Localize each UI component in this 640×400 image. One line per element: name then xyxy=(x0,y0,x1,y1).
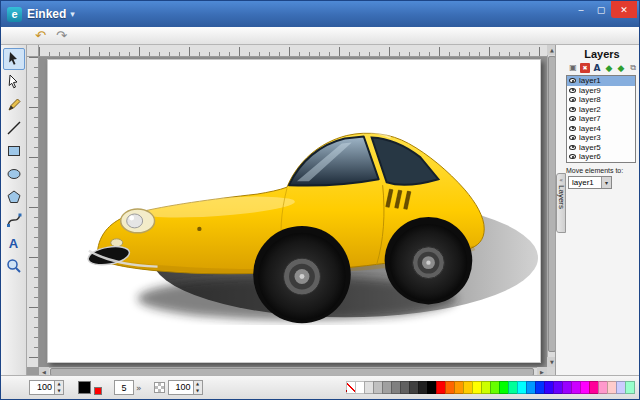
collapse-panel-icon: « xyxy=(559,176,563,183)
move-layer-up-icon[interactable]: ◆ xyxy=(604,63,614,73)
redo-icon[interactable]: ↷ xyxy=(56,29,67,42)
layer-name: layer7 xyxy=(579,114,601,123)
layer-visibility-icon[interactable] xyxy=(569,154,576,159)
tool-select[interactable] xyxy=(3,48,25,70)
path-curve-icon xyxy=(8,215,20,225)
zoom-magnifier-icon xyxy=(6,258,22,274)
tool-zoom[interactable] xyxy=(3,255,25,277)
layer-row[interactable]: layer2 xyxy=(567,105,635,115)
layer-row[interactable]: layer6 xyxy=(567,152,635,162)
tool-path[interactable] xyxy=(3,209,25,231)
undo-icon[interactable]: ↶ xyxy=(35,29,46,42)
maximize-button[interactable]: ▢ xyxy=(591,1,611,18)
tool-text[interactable]: A xyxy=(3,232,25,254)
tool-line[interactable] xyxy=(3,117,25,139)
vertical-ruler xyxy=(27,57,39,367)
layer-name: layer9 xyxy=(579,86,601,95)
text-tool-icon: A xyxy=(9,236,18,251)
layer-name: layer4 xyxy=(579,124,601,133)
layer-row[interactable]: layer5 xyxy=(567,143,635,153)
polygon-icon xyxy=(8,191,20,203)
window-title: Einked xyxy=(27,7,66,21)
tool-palette: A xyxy=(1,45,27,377)
layers-panel: Layers ▣ ✖ A ◆ ◆ ⧉ layer1layer9layer8lay… xyxy=(555,45,639,377)
layer-row[interactable]: layer7 xyxy=(567,114,635,124)
app-window: e Einked ▾ – ▢ ✕ ↶ ↷ xyxy=(0,0,640,400)
opacity-icon xyxy=(154,382,165,393)
select-caret-icon[interactable]: ▾ xyxy=(601,177,611,188)
horizontal-ruler xyxy=(39,45,547,57)
zoom-down-icon: ▼ xyxy=(55,388,63,395)
minimize-button[interactable]: – xyxy=(571,1,591,18)
panel-tab-label: Layers xyxy=(557,185,566,209)
line-icon xyxy=(8,122,20,134)
stroke-color-swatch[interactable] xyxy=(94,387,102,395)
tool-polygon[interactable] xyxy=(3,186,25,208)
new-layer-icon[interactable]: ▣ xyxy=(568,63,578,73)
zoom-control[interactable]: 100 ▲ ▼ xyxy=(29,380,64,395)
layers-panel-title: Layers xyxy=(566,48,638,60)
canvas-page[interactable] xyxy=(47,59,541,363)
rename-layer-icon[interactable]: A xyxy=(592,63,602,73)
tool-rect[interactable] xyxy=(3,140,25,162)
rectangle-icon xyxy=(8,147,19,156)
layer-name: layer8 xyxy=(579,95,601,104)
zoom-steppers[interactable]: ▲ ▼ xyxy=(54,381,63,394)
merge-layer-icon[interactable]: ⧉ xyxy=(628,63,638,73)
layers-panel-tab[interactable]: « Layers xyxy=(556,173,566,233)
node-editor-icon xyxy=(9,75,17,88)
layer-name: layer5 xyxy=(579,143,601,152)
zoom-input[interactable]: 100 xyxy=(30,381,54,394)
stroke-width-input[interactable]: 5 xyxy=(114,380,134,395)
move-layer-down-icon[interactable]: ◆ xyxy=(616,63,626,73)
layer-name: layer2 xyxy=(579,105,601,114)
layer-buttons-row: ▣ ✖ A ◆ ◆ ⧉ xyxy=(568,62,638,73)
layer-row[interactable]: layer4 xyxy=(567,124,635,134)
car-drawing xyxy=(48,60,540,362)
titlebar[interactable]: e Einked ▾ – ▢ ✕ xyxy=(1,1,639,27)
status-bar: 100 ▲ ▼ 5 » 100 ▲ ▼ xyxy=(1,375,639,399)
opacity-steppers[interactable]: ▲ ▼ xyxy=(193,381,202,394)
layer-row[interactable]: layer3 xyxy=(567,133,635,143)
layer-row[interactable]: layer9 xyxy=(567,86,635,96)
car-fender-vents xyxy=(386,189,411,209)
tool-pencil[interactable] xyxy=(3,94,25,116)
palette-swatch[interactable] xyxy=(625,381,635,394)
car-turn-signal xyxy=(111,239,123,247)
canvas-area: ▲ ▼ ◀ ▶ xyxy=(27,45,557,377)
ellipse-icon xyxy=(8,170,20,179)
close-button[interactable]: ✕ xyxy=(611,1,637,18)
layer-visibility-icon[interactable] xyxy=(569,88,576,93)
layer-name: layer6 xyxy=(579,152,601,161)
select-cursor-icon xyxy=(9,52,17,65)
tool-node[interactable] xyxy=(3,71,25,93)
app-icon: e xyxy=(7,7,22,22)
layer-visibility-icon[interactable] xyxy=(569,78,576,83)
layer-row[interactable]: layer1 xyxy=(567,76,635,86)
opacity-down-icon: ▼ xyxy=(194,388,202,395)
layer-row[interactable]: layer8 xyxy=(567,95,635,105)
window-controls: – ▢ ✕ xyxy=(571,1,639,27)
move-target-select[interactable]: layer1 ▾ xyxy=(568,176,612,189)
layer-visibility-icon[interactable] xyxy=(569,135,576,140)
layer-name: layer1 xyxy=(579,76,601,85)
top-toolbar: ↶ ↷ xyxy=(1,27,639,45)
delete-layer-icon[interactable]: ✖ xyxy=(580,63,590,73)
ruler-corner xyxy=(27,45,39,57)
workspace[interactable] xyxy=(39,57,547,367)
color-palette xyxy=(347,381,635,394)
move-target-value: layer1 xyxy=(572,178,594,187)
title-menu-caret-icon[interactable]: ▾ xyxy=(70,9,75,19)
main-region: A xyxy=(1,45,639,377)
stroke-options-icon[interactable]: » xyxy=(136,383,142,393)
fill-color-swatch[interactable] xyxy=(78,381,91,394)
opacity-control[interactable]: 100 ▲ ▼ xyxy=(168,380,203,395)
layer-visibility-icon[interactable] xyxy=(569,126,576,131)
layer-visibility-icon[interactable] xyxy=(569,97,576,102)
layer-visibility-icon[interactable] xyxy=(569,107,576,112)
opacity-input[interactable]: 100 xyxy=(169,381,193,394)
layer-name: layer3 xyxy=(579,133,601,142)
layer-visibility-icon[interactable] xyxy=(569,145,576,150)
tool-ellipse[interactable] xyxy=(3,163,25,185)
layer-visibility-icon[interactable] xyxy=(569,116,576,121)
